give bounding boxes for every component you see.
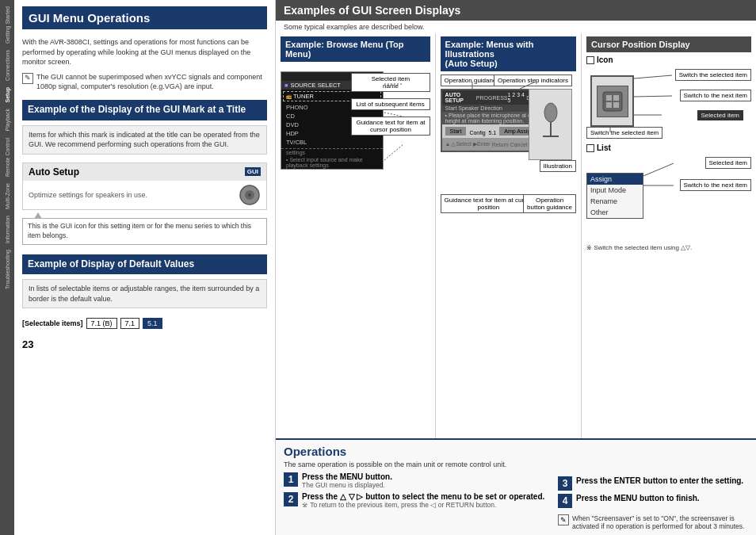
selectable-row: [Selectable items] 7.1 (B) 7.1 5.1 [22,318,267,329]
bottom-note-icon: ✎ [558,514,569,525]
svg-point-2 [248,193,251,197]
step-num-2: 2 [284,492,298,506]
step-1-text: Press the MENU button. [302,472,392,481]
list-diagram: Assign Input Mode Rename Other Selected … [586,157,751,252]
svg-point-6 [544,103,557,122]
step-3: 3 Press the ENTER button to enter the se… [558,476,748,491]
op-steps-label: Operation step indicators [494,75,572,86]
step-4: 4 Press the MENU button to finish. [558,494,748,508]
note-icon: ✎ [22,73,33,84]
selectable-item-1: 7.1 [120,318,140,329]
subsequent-items-label: List of subsequent items [351,98,430,110]
auto-setup-box: Auto Setup GUI Optimize settings for spe… [22,162,267,210]
speaker-icon [239,184,261,206]
selectable-item-0: 7.1 (B) [86,318,117,329]
list-item-rename: Rename [587,196,643,207]
intro-text: With the AVR-3808CI, settings and operat… [22,37,267,67]
sidebar-item-getting-started[interactable]: Getting Started [5,4,10,46]
illus-progress: PROGRESS [476,95,508,101]
list-item-other: Other [587,207,643,218]
step-1-content: Press the MENU button. The GUI menu is d… [302,472,392,489]
sidebar-item-multizone[interactable]: Multi-Zone [5,181,10,212]
examples-header: Examples of GUI Screen Displays [276,0,756,21]
switch-next-label: Switch to the next item [680,90,751,101]
page-number: 23 [22,338,267,350]
list-checkbox [586,144,594,152]
svg-line-5 [384,144,403,160]
icon-label-text: Icon [597,55,613,64]
sidebar-item-playback[interactable]: Playback [5,106,10,133]
svg-line-17 [634,96,672,97]
svg-rect-14 [606,102,612,108]
illus-steps: 1 2 3 4 5 [508,92,527,103]
selectable-item-2: 5.1 [143,318,162,329]
note-box: ✎ The GUI cannot be superimposed when xv… [22,72,267,92]
guidance-text-label: Guidance text for item atcursor position [351,117,430,136]
icon-diagram: Switch the selected item Switch to the n… [586,69,751,139]
cursor-display-header: Cursor Position Display [586,36,751,52]
default-values-header: Example of Display of Default Values [22,254,267,275]
operations-title: Operations [284,445,550,458]
sidebar-item-info[interactable]: Information [5,213,10,246]
device-icon [590,75,634,127]
illustration-label: Illustration [540,160,576,172]
svg-rect-13 [613,95,619,101]
operations-steps: 1 Press the MENU button. The GUI menu is… [284,472,550,509]
op-btn-guidance-label: Operationbutton guidance [523,194,576,213]
illus-start-btn: Start [445,127,467,136]
illus-menu-header: Example: Menus with Illustrations(Auto S… [441,36,576,71]
switch-selected-label-2: Switch the selected item [586,127,662,139]
sidebar-item-setup[interactable]: Setup [5,85,10,105]
browse-callouts: Selected itemname List of subsequent ite… [351,73,430,136]
auto-setup-sub: Optimize settings for speakers in use. [29,191,147,199]
menu-settings: settings [281,148,383,156]
auto-setup-title: Auto Setup [29,166,79,178]
gui-mark-section-header: Example of the Display of the GUI Mark a… [22,100,267,120]
sidebar-item-remote[interactable]: Remote Control [5,136,10,179]
illus-config: Config 5.1 [469,130,496,136]
list-switch-next-label: Switch to the next item [680,179,751,191]
browse-menu-header: Example: Browse Menu (Top Menu) [281,36,430,62]
step-1-sub: The GUI menu is displayed. [302,481,392,489]
list-section-label: List [586,143,751,152]
list-item-assign: Assign [587,174,643,185]
bottom-note: ✎ When "Screensaver" is set to "ON", the… [558,514,748,530]
page-title: GUI Menu Operations [22,6,267,29]
selected-item-badge: Selected item [697,110,743,120]
mic-illustration [535,101,567,148]
svg-rect-11 [603,92,622,111]
sidebar-item-trouble[interactable]: Troubleshooting [5,247,10,292]
auto-setup-note-text: This is the GUI icon for this setting it… [28,222,251,239]
svg-rect-15 [613,102,619,108]
browse-section: Example: Browse Menu (Top Menu) DENON ■S… [276,33,436,438]
auto-setup-content: Optimize settings for speakers in use. [23,181,266,209]
main-content: GUI Menu Operations With the AVR-3808CI,… [14,0,756,535]
sidebar: Getting Started Connections Setup Playba… [0,0,14,535]
svg-line-20 [643,163,674,176]
step-2-text: Press the △ ▽ ▷ button to select the men… [302,492,544,501]
illustration-box [529,89,572,160]
list-selected-item-label: Selected item [705,157,751,169]
step-2-sub: ※ To return to the previous item, press … [302,501,544,509]
svg-rect-12 [606,95,612,101]
auto-setup-note: This is the GUI icon for this setting it… [22,218,267,245]
svg-line-16 [634,75,672,78]
menu-select-prompt: • Select input source and make playback … [281,156,383,169]
device-inner [597,86,628,117]
right-panel: Examples of GUI Screen Displays Some typ… [276,0,756,535]
list-label-text: List [597,143,611,152]
icon-section-label: Icon [586,55,751,64]
step-3-text: Press the ENTER button to enter the sett… [576,476,743,485]
gui-mark-body: Items for which this mark is indicated a… [22,125,267,155]
cursor-section: Cursor Position Display Icon [582,33,756,438]
examples-row: Example: Browse Menu (Top Menu) DENON ■S… [276,33,756,438]
examples-sub: Some typical examples are described belo… [276,21,756,33]
illus-diagram: AUTO SETUP PROGRESS 1 2 3 4 5 DENON Star… [441,75,576,213]
operations-section: Operations The same operation is possibl… [276,438,756,535]
browse-diagram: DENON ■SOURCE SELECT 📻TUNER PHONO CD DVD [281,65,430,204]
sidebar-item-connections[interactable]: Connections [5,48,10,83]
illus-menu-title: Example: Menus with Illustrations(Auto S… [445,40,534,68]
list-item-input-mode: Input Mode [587,185,643,196]
step-2-content: Press the △ ▽ ▷ button to select the men… [302,492,544,509]
illus-section: Example: Menus with Illustrations(Auto S… [436,33,582,438]
